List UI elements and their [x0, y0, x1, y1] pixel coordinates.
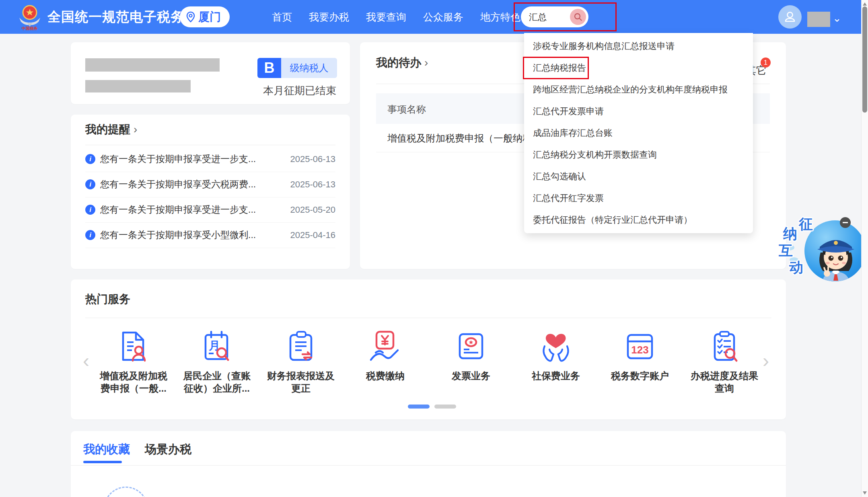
nav-item-do-tax[interactable]: 我要办税 [309, 10, 349, 24]
search-button[interactable] [570, 9, 586, 25]
reminder-text: 您有一条关于按期申报享受小型微利... [100, 229, 290, 241]
service-label: 税务数字账户 [602, 370, 678, 382]
nav-item-home[interactable]: 首页 [272, 10, 292, 24]
service-resident-enterprise[interactable]: 月 居民企业（查账征收）企业所... [177, 329, 257, 394]
suggestion-item[interactable]: 委托代征报告（特定行业汇总代开申请） [524, 209, 753, 231]
service-label: 增值税及附加税费申报（一般... [95, 370, 172, 394]
scrollbar-down-arrow-icon[interactable] [863, 491, 867, 495]
service-label: 税费缴纳 [347, 370, 424, 382]
todo-count-badge: 1 [761, 58, 771, 68]
scrollbar-thumb[interactable] [862, 6, 867, 113]
primary-nav: 首页 我要办税 我要查询 公众服务 地方特色 [272, 0, 520, 34]
reminder-date: 2025-04-16 [290, 230, 335, 240]
social-security-icon [538, 329, 574, 364]
service-digital-account[interactable]: 123 税务数字账户 [600, 329, 680, 382]
add-favorite-button[interactable] [104, 487, 148, 497]
carousel-dot-active[interactable] [408, 405, 430, 409]
filing-period-status: 本月征期已结束 [263, 84, 336, 98]
suggestion-item[interactable]: 汇总勾选确认 [524, 166, 753, 187]
location-label: 厦门 [198, 9, 221, 25]
page-scrollbar [861, 0, 868, 497]
reminders-title-link[interactable]: 我的提醒› [85, 122, 137, 137]
service-label: 发票业务 [433, 370, 509, 382]
reminder-item[interactable]: i 您有一条关于按期申报享受六税两费... 2025-06-13 [85, 172, 335, 197]
info-icon: i [85, 179, 95, 189]
person-icon [783, 10, 797, 24]
divider [85, 145, 335, 145]
service-label: 社保费业务 [518, 370, 594, 382]
tab-my-favorites[interactable]: 我的收藏 [83, 442, 130, 458]
reminders-title: 我的提醒 [85, 123, 130, 136]
chevron-right-icon: › [134, 123, 137, 136]
assistant-char: 互 [779, 241, 793, 260]
divider [71, 465, 786, 466]
suggestion-item[interactable]: 汇总纳税分支机构开票数据查询 [524, 144, 753, 166]
divider [85, 318, 771, 318]
search-icon [574, 12, 582, 21]
site-title: 全国统一规范电子税务局 [47, 0, 198, 34]
reminder-text: 您有一条关于按期申报享受进一步支... [100, 153, 290, 165]
scrollbar-up-arrow-icon[interactable] [863, 2, 867, 6]
reminder-item[interactable]: i 您有一条关于按期申报享受进一步支... 2025-06-13 [85, 146, 335, 172]
user-menu-chevron-down-icon[interactable]: ⌄ [833, 12, 841, 25]
suggestion-item-highlighted[interactable]: 汇总纳税报告 [524, 57, 753, 79]
reminder-text: 您有一条关于按期申报享受六税两费... [100, 178, 290, 191]
service-progress-query[interactable]: 办税进度及结果查询 [684, 329, 765, 394]
service-social-security[interactable]: 社保费业务 [516, 329, 596, 382]
progress-query-icon [707, 329, 742, 364]
service-invoice[interactable]: 发票业务 [431, 329, 511, 382]
user-avatar[interactable] [778, 5, 802, 29]
service-label: 办税进度及结果查询 [686, 370, 763, 394]
nav-item-public-service[interactable]: 公众服务 [423, 10, 463, 24]
info-icon: i [85, 205, 95, 215]
svg-text:中国税务: 中国税务 [22, 26, 38, 31]
suggestion-item[interactable]: 汇总代开红字发票 [524, 187, 753, 209]
tax-payment-icon [368, 329, 403, 364]
tax-officer-cartoon-icon [810, 226, 862, 281]
taxpayer-info-card: B 级纳税人 本月征期已结束 [71, 42, 350, 104]
assistant-char: 征 [799, 215, 813, 234]
favorites-card: 我的收藏 场景办税 [71, 431, 786, 497]
taxpayer-id-redacted [85, 80, 191, 92]
reminder-date: 2025-05-20 [290, 205, 335, 215]
digital-account-icon: 123 [622, 329, 658, 364]
location-selector[interactable]: 厦门 [180, 6, 230, 27]
resident-enterprise-icon: 月 [199, 329, 234, 364]
search-input[interactable] [528, 10, 570, 25]
company-name-redacted [85, 58, 220, 72]
info-icon: i [85, 230, 95, 240]
invoice-icon [453, 329, 489, 364]
service-vat-declaration[interactable]: 增值税及附加税费申报（一般... [93, 329, 174, 394]
top-navbar: 中国税务 全国统一规范电子税务局 厦门 首页 我要办税 我要查询 公众服务 地方… [0, 0, 868, 34]
financial-report-icon [283, 329, 319, 364]
suggestion-item[interactable]: 成品油库存汇总台账 [524, 122, 753, 144]
carousel-dot[interactable] [434, 405, 456, 409]
suggestion-item[interactable]: 跨地区经营汇总纳税企业的分支机构年度纳税申报 [524, 79, 753, 101]
tab-scenario-tax[interactable]: 场景办税 [145, 442, 191, 458]
carousel-prev-chevron-left-icon[interactable]: ‹ [83, 351, 89, 370]
reminders-card: 我的提醒› i 您有一条关于按期申报享受进一步支... 2025-06-13 i… [71, 115, 350, 269]
vat-declaration-icon [116, 329, 151, 364]
assistant-char: 纳 [783, 224, 797, 243]
service-label: 居民企业（查账征收）企业所... [179, 370, 255, 394]
suggestion-item[interactable]: 涉税专业服务机构信息汇总报送申请 [524, 35, 753, 57]
reminder-item[interactable]: i 您有一条关于按期申报享受进一步支... 2025-05-20 [85, 197, 335, 223]
service-tax-payment[interactable]: 税费缴纳 [345, 329, 426, 382]
hot-services-card: 热门服务 ‹ › 增值税及附加税费申报（一般... 月 [71, 279, 786, 419]
todo-item-name: 增值税及附加税费申报（一般纳税 [387, 132, 532, 145]
nav-item-query[interactable]: 我要查询 [366, 10, 406, 24]
reminder-item[interactable]: i 您有一条关于按期申报享受小型微利... 2025-04-16 [85, 222, 335, 248]
etax-homepage: 中国税务 全国统一规范电子税务局 厦门 首页 我要办税 我要查询 公众服务 地方… [0, 0, 868, 497]
credit-grade-badge[interactable]: B [257, 58, 281, 78]
todo-title-link[interactable]: 我的待办› [376, 55, 428, 70]
nav-item-local-feature[interactable]: 地方特色 [480, 10, 520, 24]
assistant-char: 动 [789, 258, 803, 277]
reminder-date: 2025-06-13 [290, 154, 335, 164]
suggestion-item[interactable]: 汇总代开发票申请 [524, 101, 753, 122]
credit-grade-label[interactable]: 级纳税人 [281, 58, 337, 78]
assistant-avatar-button[interactable] [804, 220, 866, 281]
assistant-minimize-button[interactable] [840, 217, 851, 228]
hot-services-title: 热门服务 [85, 292, 130, 307]
service-financial-report[interactable]: 财务报表报送及更正 [261, 329, 341, 394]
active-tab-underline [83, 461, 122, 463]
